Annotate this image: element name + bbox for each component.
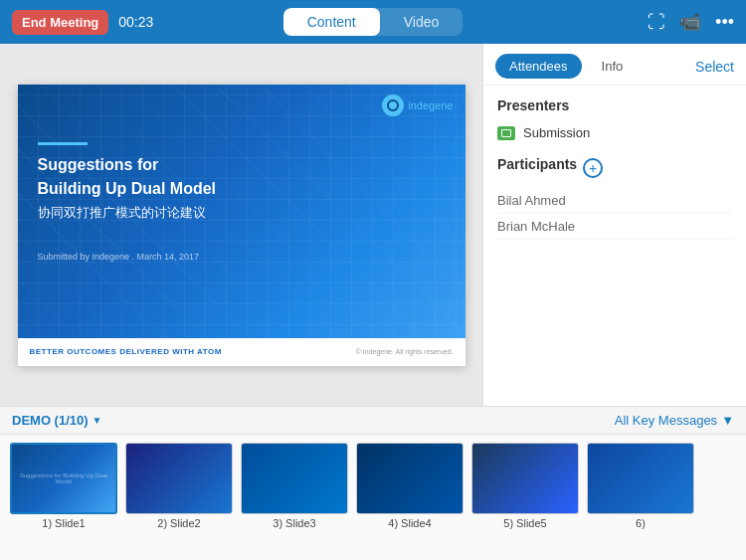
thumbnail-label-1: 1) Slide1: [42, 517, 85, 529]
main-content: indegene Suggestions for Building Up Dua…: [0, 44, 746, 406]
thumbnail-label-5: 5) Slide5: [503, 517, 546, 529]
thumbnail-img-4: [356, 443, 464, 514]
tab-video[interactable]: Video: [380, 8, 464, 36]
logo-text: indegene: [408, 99, 453, 111]
end-meeting-button[interactable]: End Meeting: [12, 10, 108, 35]
panel-body: Presenters Submission Participants + Bil…: [483, 86, 746, 406]
slide-logo: indegene: [382, 94, 453, 116]
thumbnail-img-6: [587, 443, 694, 514]
thumbnail-label-4: 4) Slide4: [388, 517, 431, 529]
slide-title-en-2: Building Up Dual Model: [38, 179, 446, 200]
slide-submitted: Submitted by Indegene . March 14, 2017: [38, 252, 446, 262]
demo-text: DEMO (1/10): [12, 413, 89, 428]
logo-icon: [382, 94, 404, 116]
fullscreen-button[interactable]: ⛶: [648, 12, 665, 33]
participants-section-title: Participants: [497, 156, 577, 172]
key-messages-chevron-icon: ▼: [721, 413, 734, 428]
thumbnail-label-6: 6): [636, 517, 646, 529]
header-right: ⛶ 📹 •••: [463, 11, 734, 33]
thumbnail-label-2: 2) Slide2: [157, 517, 200, 529]
thumbnail-img-5: [471, 443, 579, 514]
participants-list: Bilal Ahmed Brian McHale: [497, 188, 732, 240]
fullscreen-icon: ⛶: [648, 12, 665, 32]
tab-info[interactable]: Info: [588, 54, 638, 79]
bottom-bar-header: DEMO (1/10) ▼ All Key Messages ▼: [0, 407, 746, 435]
header-tab-group: Content Video: [283, 8, 464, 36]
presenter-item: Submission: [497, 121, 732, 144]
thumbnail-6[interactable]: 6): [587, 443, 694, 536]
slide-background: indegene Suggestions for Building Up Dua…: [18, 85, 466, 366]
demo-label: DEMO (1/10) ▼: [12, 413, 101, 428]
thumbnail-img-3: [241, 443, 348, 514]
header-left: End Meeting 00:23: [12, 10, 283, 35]
slide-title-cn: 协同双打推广模式的讨论建议: [38, 204, 446, 222]
meeting-timer: 00:23: [118, 14, 153, 30]
more-icon: •••: [715, 12, 734, 32]
thumbnail-2[interactable]: 2) Slide2: [125, 443, 233, 536]
slide-footer: BETTER OUTCOMES DELIVERED WITH ATOM © In…: [18, 338, 466, 366]
thumbnail-label-3: 3) Slide3: [273, 517, 315, 529]
all-key-messages-text: All Key Messages: [615, 413, 717, 428]
panel-tab-bar: Attendees Info Select: [483, 44, 746, 86]
demo-chevron-icon[interactable]: ▼: [93, 415, 102, 426]
thumbnail-img-2: [125, 443, 233, 514]
participants-header: Participants +: [497, 156, 732, 180]
slide-viewer: indegene Suggestions for Building Up Dua…: [0, 44, 482, 406]
thumbnails-container: Suggestions for Building Up Dual Model 1…: [0, 435, 746, 544]
slide-accent: [38, 142, 88, 145]
thumbnail-4[interactable]: 4) Slide4: [356, 443, 464, 536]
thumbnail-1[interactable]: Suggestions for Building Up Dual Model 1…: [10, 443, 117, 536]
thumbnail-5[interactable]: 5) Slide5: [471, 443, 579, 536]
thumbnail-3[interactable]: 3) Slide3: [241, 443, 348, 536]
right-panel: Attendees Info Select Presenters Submiss…: [482, 44, 746, 406]
select-button[interactable]: Select: [695, 59, 734, 75]
header: End Meeting 00:23 Content Video ⛶ 📹 •••: [0, 0, 746, 44]
presenters-section-title: Presenters: [497, 97, 732, 113]
participant-brian: Brian McHale: [497, 214, 732, 240]
presenter-video-icon: [497, 126, 515, 140]
thumbnail-img-1: Suggestions for Building Up Dual Model: [10, 443, 117, 514]
slide-content: Suggestions for Building Up Dual Model 协…: [38, 134, 446, 263]
tab-attendees[interactable]: Attendees: [495, 54, 582, 79]
slide-container: indegene Suggestions for Building Up Dua…: [18, 85, 466, 366]
presenter-name: Submission: [523, 125, 590, 140]
slide-title-en-1: Suggestions for: [38, 155, 446, 176]
participant-bilal: Bilal Ahmed: [497, 188, 732, 214]
camera-button[interactable]: 📹: [679, 11, 701, 33]
slide-footer-text: BETTER OUTCOMES DELIVERED WITH ATOM: [30, 347, 222, 356]
add-participant-button[interactable]: +: [583, 158, 603, 178]
all-key-messages-button[interactable]: All Key Messages ▼: [615, 413, 734, 428]
slide-footer-copyright: © Indegene. All rights reserved.: [356, 348, 454, 355]
more-options-button[interactable]: •••: [715, 12, 734, 33]
bottom-bar: DEMO (1/10) ▼ All Key Messages ▼ Suggest…: [0, 406, 746, 560]
camera-icon: 📹: [679, 12, 701, 32]
tab-content[interactable]: Content: [283, 8, 380, 36]
